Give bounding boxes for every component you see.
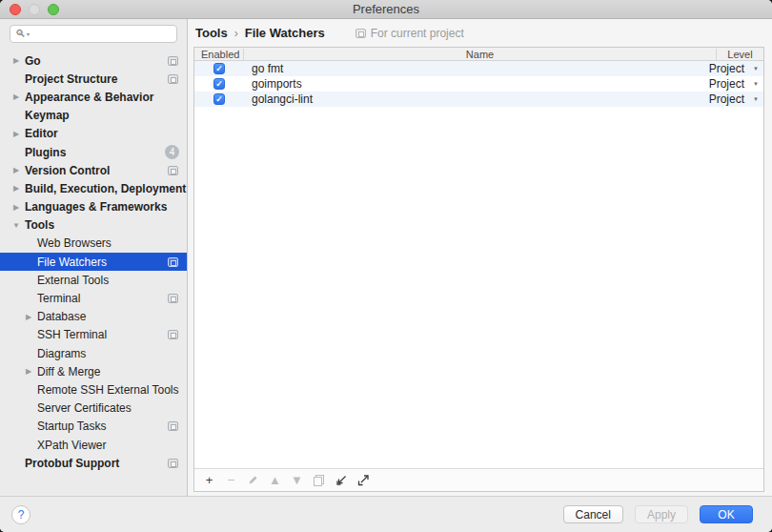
chevron-right-icon[interactable]: ▶ bbox=[11, 130, 21, 138]
project-scope-icon bbox=[168, 330, 178, 339]
sidebar-item-diff-merge[interactable]: ▶Diff & Merge bbox=[0, 362, 187, 380]
sidebar-item-terminal[interactable]: Terminal bbox=[0, 289, 187, 307]
chevron-right-icon[interactable]: ▶ bbox=[24, 313, 33, 321]
sidebar-item-label: Tools bbox=[25, 218, 54, 232]
sidebar-item-tools[interactable]: ▼Tools bbox=[0, 216, 187, 235]
sidebar-item-web-browsers[interactable]: Web Browsers bbox=[0, 235, 187, 253]
table-toolbar: +−▲▼ bbox=[194, 468, 763, 491]
sidebar-item-xpath-viewer[interactable]: XPath Viewer bbox=[0, 436, 187, 454]
dialog-body: 🔍︎ ▾ ▶GoProject Structure▶Appearance & B… bbox=[0, 19, 772, 496]
sidebar-item-languages-frameworks[interactable]: ▶Languages & Frameworks bbox=[0, 198, 187, 216]
sidebar-item-label: Database bbox=[37, 310, 86, 323]
enabled-checkbox[interactable]: ✓ bbox=[213, 93, 225, 105]
export-button[interactable] bbox=[352, 471, 374, 490]
chevron-right-icon[interactable]: ▶ bbox=[11, 166, 21, 174]
sidebar-item-label: Startup Tasks bbox=[37, 419, 106, 433]
scope-label: For current project bbox=[356, 27, 464, 40]
sidebar-item-label: Build, Execution, Deployment bbox=[25, 182, 186, 195]
remove-button: − bbox=[220, 471, 242, 490]
chevron-right-icon[interactable]: ▶ bbox=[11, 184, 21, 193]
chevron-right-icon[interactable]: ▶ bbox=[11, 92, 21, 101]
sidebar-item-label: Version Control bbox=[25, 164, 110, 177]
chevron-down-icon[interactable]: ▼ bbox=[753, 66, 759, 72]
enabled-checkbox[interactable]: ✓ bbox=[213, 78, 225, 90]
import-icon bbox=[335, 474, 348, 487]
sidebar-item-diagrams[interactable]: Diagrams bbox=[0, 344, 187, 362]
ok-button[interactable]: OK bbox=[700, 505, 753, 523]
file-watchers-table: Enabled Name Level ✓go fmtProject▼✓goimp… bbox=[193, 47, 764, 492]
project-scope-icon bbox=[168, 294, 178, 303]
level-dropdown[interactable]: Project▼ bbox=[699, 62, 763, 75]
scope-text: For current project bbox=[371, 27, 464, 40]
project-scope-icon bbox=[168, 459, 178, 468]
add-button[interactable]: + bbox=[198, 471, 220, 490]
column-header-enabled[interactable]: Enabled bbox=[194, 49, 244, 60]
sidebar-item-label: Appearance & Behavior bbox=[25, 91, 153, 104]
sidebar-item-label: Project Structure bbox=[25, 72, 117, 86]
breadcrumb-tools[interactable]: Tools bbox=[195, 26, 228, 40]
level-dropdown[interactable]: Project▼ bbox=[699, 92, 763, 106]
chevron-right-icon[interactable]: ▶ bbox=[24, 367, 33, 376]
dialog-footer: ? CancelApplyOK bbox=[0, 496, 772, 532]
sidebar-item-external-tools[interactable]: External Tools bbox=[0, 271, 187, 289]
breadcrumb-file-watchers: File Watchers bbox=[245, 26, 325, 40]
sidebar-item-ssh-terminal[interactable]: SSH Terminal bbox=[0, 326, 187, 344]
help-button[interactable]: ? bbox=[11, 505, 30, 524]
level-value: Project bbox=[709, 77, 744, 91]
sidebar-item-plugins[interactable]: Plugins4 bbox=[0, 143, 187, 161]
chevron-down-icon[interactable]: ▼ bbox=[753, 96, 759, 102]
enabled-checkbox[interactable]: ✓ bbox=[213, 63, 225, 74]
sidebar-item-label: Server Certificates bbox=[37, 401, 132, 415]
settings-search[interactable]: 🔍︎ ▾ bbox=[10, 25, 177, 43]
column-header-level[interactable]: Level bbox=[716, 49, 763, 60]
import-button[interactable] bbox=[330, 471, 352, 490]
sidebar-item-version-control[interactable]: ▶Version Control bbox=[0, 161, 187, 179]
level-value: Project bbox=[709, 92, 744, 106]
watcher-name[interactable]: goimports bbox=[244, 77, 699, 91]
sidebar-item-project-structure[interactable]: Project Structure bbox=[0, 70, 187, 88]
sidebar-item-go[interactable]: ▶Go bbox=[0, 51, 187, 70]
settings-nav-list: ▶GoProject Structure▶Appearance & Behavi… bbox=[0, 48, 187, 496]
footer-buttons: CancelApplyOK bbox=[552, 505, 753, 523]
sidebar-item-label: Remote SSH External Tools bbox=[37, 383, 179, 397]
sidebar-item-startup-tasks[interactable]: Startup Tasks bbox=[0, 418, 187, 436]
level-dropdown[interactable]: Project▼ bbox=[699, 77, 763, 91]
sidebar-item-protobuf-support[interactable]: Protobuf Support bbox=[0, 454, 187, 472]
column-header-name[interactable]: Name bbox=[244, 49, 716, 60]
export-icon bbox=[356, 474, 370, 487]
breadcrumb-separator: › bbox=[234, 27, 238, 40]
apply-button: Apply bbox=[635, 505, 688, 523]
chevron-right-icon[interactable]: ▶ bbox=[11, 56, 21, 65]
sidebar-item-label: Web Browsers bbox=[37, 236, 112, 250]
cancel-button[interactable]: Cancel bbox=[563, 505, 623, 523]
table-rows: ✓go fmtProject▼✓goimportsProject▼✓golang… bbox=[194, 61, 763, 107]
chevron-down-icon[interactable]: ▼ bbox=[11, 221, 21, 230]
sidebar-item-label: Editor bbox=[25, 127, 58, 140]
project-scope-icon bbox=[168, 166, 178, 175]
settings-sidebar: 🔍︎ ▾ ▶GoProject Structure▶Appearance & B… bbox=[0, 19, 188, 496]
table-row[interactable]: ✓go fmtProject▼ bbox=[194, 61, 763, 76]
sidebar-item-keymap[interactable]: Keymap bbox=[0, 107, 187, 125]
project-scope-icon bbox=[356, 29, 366, 38]
plugins-count-badge: 4 bbox=[165, 145, 179, 159]
sidebar-item-editor[interactable]: ▶Editor bbox=[0, 125, 187, 143]
watcher-name[interactable]: go fmt bbox=[244, 62, 699, 75]
sidebar-item-server-certificates[interactable]: Server Certificates bbox=[0, 399, 187, 418]
sidebar-item-label: Terminal bbox=[37, 292, 80, 305]
sidebar-item-label: Plugins bbox=[25, 146, 66, 159]
sidebar-item-remote-ssh-external-tools[interactable]: Remote SSH External Tools bbox=[0, 380, 187, 399]
level-value: Project bbox=[709, 62, 744, 75]
enabled-cell: ✓ bbox=[194, 78, 244, 90]
table-row[interactable]: ✓golangci-lintProject▼ bbox=[194, 92, 763, 107]
chevron-right-icon[interactable]: ▶ bbox=[11, 203, 21, 212]
watcher-name[interactable]: golangci-lint bbox=[244, 92, 699, 106]
duplicate-button bbox=[308, 471, 330, 490]
sidebar-item-appearance-behavior[interactable]: ▶Appearance & Behavior bbox=[0, 88, 187, 106]
sidebar-item-build-execution-deployment[interactable]: ▶Build, Execution, Deployment bbox=[0, 179, 187, 197]
sidebar-item-file-watchers[interactable]: File Watchers bbox=[0, 253, 187, 271]
table-row[interactable]: ✓goimportsProject▼ bbox=[194, 76, 763, 92]
search-input[interactable] bbox=[30, 28, 172, 41]
edit-icon bbox=[247, 474, 259, 486]
sidebar-item-database[interactable]: ▶Database bbox=[0, 308, 187, 326]
chevron-down-icon[interactable]: ▼ bbox=[753, 81, 759, 87]
